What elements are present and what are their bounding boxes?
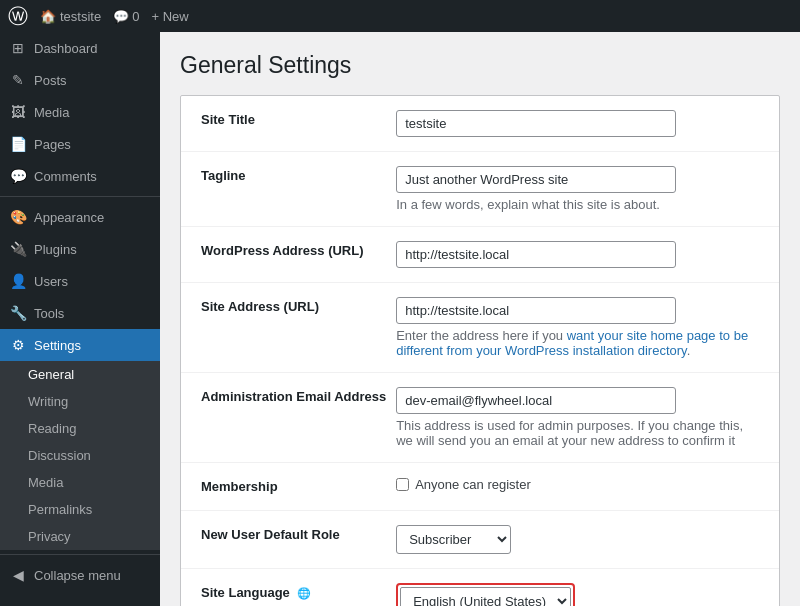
sidebar-item-label: Posts — [34, 73, 67, 88]
sidebar-divider — [0, 196, 160, 197]
sidebar-item-label: Appearance — [34, 210, 104, 225]
site-title-input[interactable] — [396, 110, 676, 137]
tagline-input[interactable] — [396, 166, 676, 193]
site-language-cell: English (United States) English (UK) Spa… — [396, 569, 779, 607]
media-icon: 🖼 — [10, 104, 26, 120]
sidebar-item-tools[interactable]: 🔧 Tools — [0, 297, 160, 329]
settings-icon: ⚙ — [10, 337, 26, 353]
submenu-writing[interactable]: Writing — [0, 388, 160, 415]
topbar-new-button[interactable]: + New — [151, 9, 188, 24]
collapse-label: Collapse menu — [34, 568, 121, 583]
site-address-desc-prefix: Enter the address here if you — [396, 328, 567, 343]
sidebar-item-posts[interactable]: ✎ Posts — [0, 64, 160, 96]
admin-email-label: Administration Email Address — [181, 373, 396, 463]
admin-email-input[interactable] — [396, 387, 676, 414]
new-user-role-label: New User Default Role — [181, 511, 396, 569]
settings-form: Site Title Tagline In a few words, expla… — [180, 95, 780, 606]
sidebar-item-media[interactable]: 🖼 Media — [0, 96, 160, 128]
membership-checkbox-label[interactable]: Anyone can register — [396, 477, 759, 492]
sidebar-item-label: Tools — [34, 306, 64, 321]
dashboard-icon: ⊞ — [10, 40, 26, 56]
comments-icon: 💬 — [10, 168, 26, 184]
site-address-label: Site Address (URL) — [181, 283, 396, 373]
site-title-label: Site Title — [181, 96, 396, 152]
wp-address-label: WordPress Address (URL) — [181, 227, 396, 283]
sidebar-divider-2 — [0, 554, 160, 555]
wp-address-cell — [396, 227, 779, 283]
new-user-role-row: New User Default Role Subscriber Contrib… — [181, 511, 779, 569]
site-title-cell — [396, 96, 779, 152]
wp-address-input[interactable] — [396, 241, 676, 268]
admin-email-description: This address is used for admin purposes.… — [396, 418, 759, 448]
sidebar-item-comments[interactable]: 💬 Comments — [0, 160, 160, 192]
sidebar-item-label: Pages — [34, 137, 71, 152]
form-table: Site Title Tagline In a few words, expla… — [181, 96, 779, 606]
plugins-icon: 🔌 — [10, 241, 26, 257]
membership-row: Membership Anyone can register — [181, 463, 779, 511]
sidebar-item-appearance[interactable]: 🎨 Appearance — [0, 201, 160, 233]
submenu-general[interactable]: General — [0, 361, 160, 388]
appearance-icon: 🎨 — [10, 209, 26, 225]
layout: ⊞ Dashboard ✎ Posts 🖼 Media 📄 Pages 💬 Co… — [0, 32, 800, 606]
sidebar-item-pages[interactable]: 📄 Pages — [0, 128, 160, 160]
topbar-comments[interactable]: 💬 0 — [113, 9, 139, 24]
tagline-description: In a few words, explain what this site i… — [396, 197, 759, 212]
site-address-cell: Enter the address here if you want your … — [396, 283, 779, 373]
site-language-label-text: Site Language — [201, 585, 290, 600]
topbar-site-name: testsite — [60, 9, 101, 24]
site-language-highlight: English (United States) English (UK) Spa… — [396, 583, 575, 606]
sidebar-item-label: Users — [34, 274, 68, 289]
posts-icon: ✎ — [10, 72, 26, 88]
sidebar-item-dashboard[interactable]: ⊞ Dashboard — [0, 32, 160, 64]
users-icon: 👤 — [10, 273, 26, 289]
site-language-label: Site Language 🌐 — [181, 569, 396, 607]
tagline-row: Tagline In a few words, explain what thi… — [181, 152, 779, 227]
new-user-role-cell: Subscriber Contributor Author Editor Adm… — [396, 511, 779, 569]
site-address-input[interactable] — [396, 297, 676, 324]
submenu-permalinks[interactable]: Permalinks — [0, 496, 160, 523]
topbar-new-label: + New — [151, 9, 188, 24]
submenu-media[interactable]: Media — [0, 469, 160, 496]
sidebar-item-label: Comments — [34, 169, 97, 184]
sidebar-item-label: Dashboard — [34, 41, 98, 56]
admin-email-cell: This address is used for admin purposes.… — [396, 373, 779, 463]
site-language-select[interactable]: English (United States) English (UK) Spa… — [400, 587, 571, 606]
sidebar-item-plugins[interactable]: 🔌 Plugins — [0, 233, 160, 265]
site-address-description: Enter the address here if you want your … — [396, 328, 759, 358]
sidebar-item-users[interactable]: 👤 Users — [0, 265, 160, 297]
membership-cell: Anyone can register — [396, 463, 779, 511]
sidebar-menu: ⊞ Dashboard ✎ Posts 🖼 Media 📄 Pages 💬 Co… — [0, 32, 160, 591]
pages-icon: 📄 — [10, 136, 26, 152]
admin-email-row: Administration Email Address This addres… — [181, 373, 779, 463]
settings-submenu: General Writing Reading Discussion Media… — [0, 361, 160, 550]
comment-icon: 💬 — [113, 9, 129, 24]
site-language-row: Site Language 🌐 English (United States) … — [181, 569, 779, 607]
tagline-label: Tagline — [181, 152, 396, 227]
sidebar-item-label: Settings — [34, 338, 81, 353]
wp-address-row: WordPress Address (URL) — [181, 227, 779, 283]
submenu-privacy[interactable]: Privacy — [0, 523, 160, 550]
page-title: General Settings — [180, 52, 780, 79]
sidebar-item-label: Media — [34, 105, 69, 120]
site-title-row: Site Title — [181, 96, 779, 152]
home-icon: 🏠 — [40, 9, 56, 24]
site-address-row: Site Address (URL) Enter the address her… — [181, 283, 779, 373]
new-user-role-select[interactable]: Subscriber Contributor Author Editor Adm… — [396, 525, 511, 554]
sidebar-collapse-menu[interactable]: ◀ Collapse menu — [0, 559, 160, 591]
submenu-discussion[interactable]: Discussion — [0, 442, 160, 469]
topbar-comments-count: 0 — [132, 9, 139, 24]
site-address-desc-suffix: . — [687, 343, 691, 358]
language-icon: 🌐 — [297, 587, 311, 599]
wp-logo-icon: ⓦ — [8, 3, 28, 30]
tagline-cell: In a few words, explain what this site i… — [396, 152, 779, 227]
sidebar-item-label: Plugins — [34, 242, 77, 257]
membership-checkbox[interactable] — [396, 478, 409, 491]
membership-label: Membership — [181, 463, 396, 511]
membership-checkbox-text: Anyone can register — [415, 477, 531, 492]
sidebar-item-settings[interactable]: ⚙ Settings — [0, 329, 160, 361]
collapse-icon: ◀ — [10, 567, 26, 583]
topbar-site[interactable]: 🏠 testsite — [40, 9, 101, 24]
sidebar: ⊞ Dashboard ✎ Posts 🖼 Media 📄 Pages 💬 Co… — [0, 32, 160, 606]
tools-icon: 🔧 — [10, 305, 26, 321]
submenu-reading[interactable]: Reading — [0, 415, 160, 442]
